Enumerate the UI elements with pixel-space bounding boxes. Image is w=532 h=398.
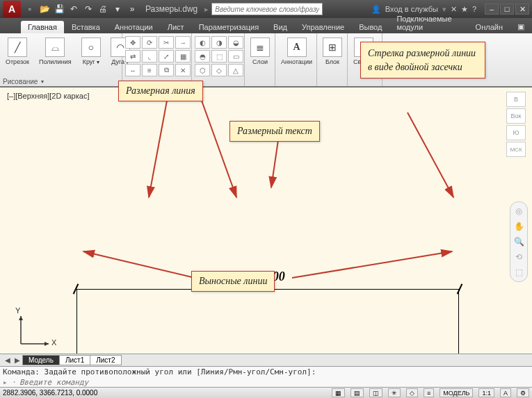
annotation-panel: A Аннотации [275,33,317,86]
draw-panel-title[interactable]: Рисование [3,78,44,85]
tool-c-icon[interactable]: ◒ [228,36,243,49]
status-anno-icon[interactable]: A [500,388,511,397]
line-button[interactable]: ╱ Отрезок [3,36,32,67]
qat-undo-icon[interactable]: ↶ [67,3,80,15]
tool-rotate-icon[interactable]: ⟳ [142,36,157,49]
tool-erase-icon[interactable]: ✕ [175,64,191,76]
command-history: Команда: Задайте противоположный угол ил… [3,367,529,376]
tool-array-icon[interactable]: ▦ [175,50,191,63]
status-workspace-icon[interactable]: ⚙ [517,388,529,397]
status-lwt-icon[interactable]: ≡ [424,388,434,397]
tab-manage[interactable]: Управление [295,21,351,33]
nav-wheel-icon[interactable]: ◎ [513,205,525,217]
annotation-button[interactable]: A Аннотации [278,36,315,67]
qat-redo-icon[interactable]: ↷ [82,3,95,15]
text-icon: A [287,38,307,57]
viewcube-wcs[interactable]: Ю [506,125,526,140]
status-grid-icon[interactable]: ▤ [350,388,364,397]
viewcube-front[interactable]: Вок [506,108,526,124]
draw-panel: ╱ Отрезок ⌓ Полилиния ○ Круг ◠ Дуга Рисо… [0,33,122,86]
close-button[interactable]: ✕ [515,3,529,15]
maximize-button[interactable]: □ [500,3,514,15]
modify-panel-2: ◐ ◑ ◒ ◓ ⬚ ▭ ⬡ ◇ △ [192,33,245,86]
command-input[interactable] [19,378,529,387]
qat-plot-icon[interactable]: 🖨 [97,3,109,15]
svg-marker-2 [45,342,49,346]
callout-dimension-text: Размерный текст [229,121,320,142]
viewcube-coord[interactable]: МСК [506,142,526,157]
qat-expand-icon[interactable]: » [126,3,138,15]
tool-g-icon[interactable]: ⬡ [195,64,210,76]
status-snap-icon[interactable]: ▦ [332,388,345,397]
qat-more-icon[interactable]: ▾ [111,3,124,15]
tool-e-icon[interactable]: ⬚ [211,50,227,63]
tab-output[interactable]: Вывод [352,21,389,33]
tab-insert[interactable]: Вставка [65,21,107,33]
layout-prev-icon[interactable]: ◀ [3,356,13,364]
qat-new-icon[interactable]: ▫ [24,3,36,15]
svg-marker-3 [19,316,23,320]
block-button[interactable]: ⊞ Блок [320,36,345,67]
nav-zoom-icon[interactable]: 🔍 [513,235,525,248]
tool-f-icon[interactable]: ▭ [228,50,243,63]
nav-showall-icon[interactable]: ⬚ [513,266,525,279]
status-osnap-icon[interactable]: ◇ [406,388,418,397]
tool-offset-icon[interactable]: ≡ [142,64,157,76]
minimize-button[interactable]: – [485,3,499,15]
help-icon[interactable]: ? [472,5,476,13]
tool-h-icon[interactable]: ◇ [211,64,227,76]
status-model-button[interactable]: МОДЕЛЬ [440,388,473,397]
tool-move-icon[interactable]: ✥ [125,36,140,49]
tab-parametric[interactable]: Параметризация [192,21,266,33]
tool-scale-icon[interactable]: ⤢ [159,50,174,63]
tab-sheet[interactable]: Лист [161,21,191,33]
layout-tab-sheet2[interactable]: Лист2 [90,355,121,365]
nav-orbit-icon[interactable]: ⟲ [513,251,525,263]
tool-a-icon[interactable]: ◐ [195,36,210,49]
keyword-search-input[interactable] [211,3,323,15]
viewport-label[interactable]: [–][Верхняя][2D каркас] [7,92,89,100]
ucs-y-label: Y [15,306,20,315]
tab-plugins[interactable]: Подключаемые модули [389,13,467,33]
view-cube[interactable]: В Вок Ю МСК [504,90,528,167]
status-ortho-icon[interactable]: ◫ [369,388,382,397]
layout-next-icon[interactable]: ▶ [13,356,22,364]
tool-stretch-icon[interactable]: ↔ [125,64,140,76]
block-icon: ⊞ [323,38,342,57]
quick-access-toolbar: ▫ 📂 💾 ↶ ↷ 🖨 ▾ » [24,3,138,15]
tab-home[interactable]: Главная [21,21,64,33]
layers-panel: ≣ Слои [245,33,275,86]
tool-d-icon[interactable]: ◓ [195,50,210,63]
app-logo[interactable]: A [3,1,21,17]
block-panel: ⊞ Блок [317,33,348,86]
circle-icon: ○ [81,38,101,57]
viewcube-top[interactable]: В [506,92,526,107]
tab-view[interactable]: Вид [266,21,294,33]
tab-annotations[interactable]: Аннотации [108,21,160,33]
tool-copy-icon[interactable]: ⧉ [159,64,174,76]
tab-online[interactable]: Онлайн [469,21,510,33]
tool-b-icon[interactable]: ◑ [211,36,227,49]
nav-pan-icon[interactable]: ✋ [513,220,525,233]
tool-extend-icon[interactable]: → [175,36,191,49]
polyline-button[interactable]: ⌓ Полилиния [36,36,74,67]
layout-tab-model[interactable]: Модель [22,355,60,365]
qat-save-icon[interactable]: 💾 [53,3,65,15]
tool-i-icon[interactable]: △ [228,64,243,76]
tool-fillet-icon[interactable]: ◟ [142,50,157,63]
command-prompt-icon: ▸ · [3,378,17,387]
qat-open-icon[interactable]: 📂 [38,3,51,15]
status-polar-icon[interactable]: ✳ [388,388,401,397]
callout-arrow-style: Стрелка размерной линии в виде двойной з… [360,42,485,78]
tab-expand-icon[interactable]: ▣ [510,20,531,33]
ucs-x-label: X [51,338,56,347]
layout-tabs: ◀ ▶ Модель Лист1 Лист2 [0,354,532,366]
circle-button[interactable]: ○ Круг [79,36,104,67]
signin-icon: 👤 [371,5,381,14]
tool-trim-icon[interactable]: ✂ [159,36,174,49]
layers-button[interactable]: ≣ Слои [248,36,273,67]
tool-mirror-icon[interactable]: ⇄ [125,50,140,63]
layout-tab-sheet1[interactable]: Лист1 [59,355,90,365]
status-scale[interactable]: 1:1 [478,388,494,397]
search-icon: ▸ [204,5,209,14]
